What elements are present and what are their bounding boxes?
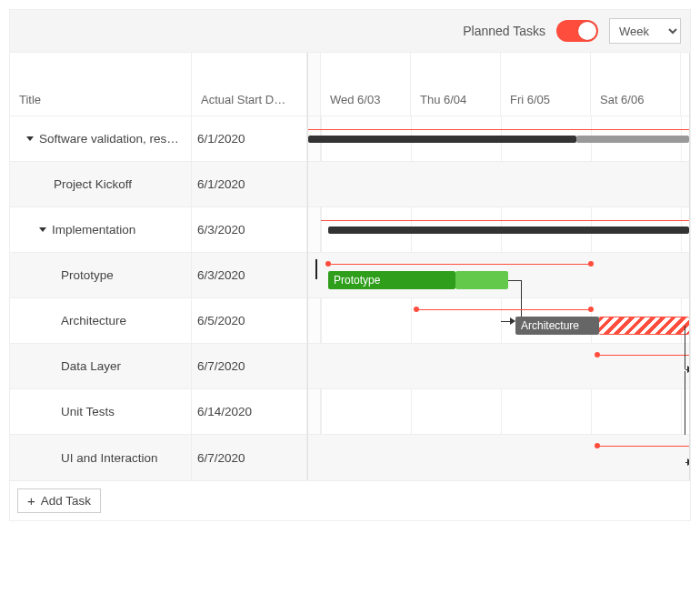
add-task-button[interactable]: + Add Task (17, 488, 101, 513)
day-header: Fri 6/05 (501, 53, 591, 116)
task-title: Data Layer (61, 359, 121, 373)
column-header-actual-start[interactable]: Actual Start D… (192, 53, 307, 116)
gantt-container: Title Actual Start D… Software validatio… (9, 53, 691, 481)
task-start-date: 6/3/2020 (192, 253, 307, 297)
task-title: UI and Interaction (61, 451, 158, 465)
task-title: Prototype (61, 268, 114, 282)
table-row[interactable]: Data Layer 6/7/2020 (10, 344, 307, 389)
task-bar-label: Prototype (328, 274, 380, 287)
summary-bar-remaining (576, 136, 689, 143)
gantt-timeline[interactable]: Wed 6/03 Thu 6/04 Fri 6/05 Sat 6/06 (308, 53, 690, 480)
task-bar-architecture[interactable]: Architecture (515, 317, 599, 335)
today-marker (315, 259, 317, 279)
timeline-row[interactable] (308, 344, 689, 389)
table-row[interactable]: Architecture 6/5/2020 (10, 298, 307, 344)
planned-bar (321, 220, 689, 221)
timescale-select[interactable]: Day Week Month Quarter (609, 18, 681, 44)
planned-bar (416, 309, 591, 310)
summary-bar[interactable] (328, 226, 689, 234)
task-bar-label: Architecture (515, 319, 579, 332)
table-row[interactable]: Software validation, res… 6/1/2020 (10, 116, 307, 162)
table-row[interactable]: Implementation 6/3/2020 (10, 207, 307, 253)
timeline-row[interactable] (308, 207, 689, 253)
timeline-row[interactable] (308, 389, 689, 435)
column-header-title[interactable]: Title (10, 53, 192, 116)
table-row[interactable]: Unit Tests 6/14/2020 (10, 389, 307, 435)
add-task-label: Add Task (41, 494, 91, 508)
summary-bar[interactable] (308, 136, 576, 143)
timeline-grid: Prototype Architecture (308, 116, 689, 480)
dependency-line (508, 280, 521, 281)
timeline-header: Wed 6/03 Thu 6/04 Fri 6/05 Sat 6/06 (308, 53, 689, 116)
task-title: Implementation (52, 223, 135, 237)
task-title: Software validation, res… (39, 132, 179, 146)
day-header: Thu 6/04 (411, 53, 501, 116)
table-row[interactable]: UI and Interaction 6/7/2020 (10, 435, 307, 480)
dependency-line (685, 326, 685, 369)
task-start-date: 6/7/2020 (192, 435, 307, 480)
planned-tasks-label: Planned Tasks (463, 24, 545, 38)
planned-bar (597, 446, 689, 447)
planned-bar (308, 129, 689, 130)
task-start-date: 6/7/2020 (192, 344, 307, 388)
task-start-date: 6/14/2020 (192, 389, 307, 434)
chevron-down-icon[interactable] (26, 136, 34, 141)
plus-icon: + (27, 494, 35, 508)
planned-dot (414, 307, 419, 312)
timeline-row[interactable] (308, 116, 689, 162)
day-header: Sat 6/06 (591, 53, 681, 116)
chevron-down-icon[interactable] (39, 227, 46, 232)
gantt-footer: + Add Task (9, 481, 691, 521)
planned-dot (595, 443, 600, 448)
task-start-date: 6/5/2020 (192, 298, 307, 343)
table-row[interactable]: Project Kickoff 6/1/2020 (10, 162, 307, 207)
task-bar-architecture-overrun (599, 317, 689, 335)
timeline-row[interactable] (308, 162, 689, 207)
planned-tasks-toggle[interactable] (556, 20, 598, 42)
planned-bar (328, 264, 591, 265)
day-header: Wed 6/03 (321, 53, 411, 116)
task-title: Architecture (61, 314, 126, 327)
task-title: Unit Tests (61, 405, 115, 418)
planned-dot (595, 352, 600, 357)
gantt-left-grid: Title Actual Start D… Software validatio… (10, 53, 308, 480)
task-title: Project Kickoff (54, 177, 132, 191)
planned-dot (588, 261, 594, 267)
table-row[interactable]: Prototype 6/3/2020 (10, 253, 307, 298)
planned-dot (588, 307, 594, 312)
planned-bar (597, 355, 689, 356)
task-start-date: 6/1/2020 (192, 162, 307, 206)
task-bar-prototype[interactable]: Prototype (328, 271, 455, 289)
task-start-date: 6/3/2020 (192, 207, 307, 252)
timeline-row[interactable]: Prototype (308, 253, 689, 298)
timeline-row[interactable] (308, 435, 689, 480)
gantt-toolbar: Planned Tasks Day Week Month Quarter (9, 9, 691, 53)
planned-dot (325, 261, 331, 267)
task-bar-prototype-remaining (455, 271, 508, 289)
dependency-arrow-icon (687, 366, 690, 373)
toggle-knob (578, 22, 596, 40)
dependency-arrow-icon (687, 458, 690, 466)
task-start-date: 6/1/2020 (192, 116, 307, 161)
timeline-row[interactable]: Architecture (308, 298, 689, 344)
left-header-row: Title Actual Start D… (10, 53, 307, 116)
